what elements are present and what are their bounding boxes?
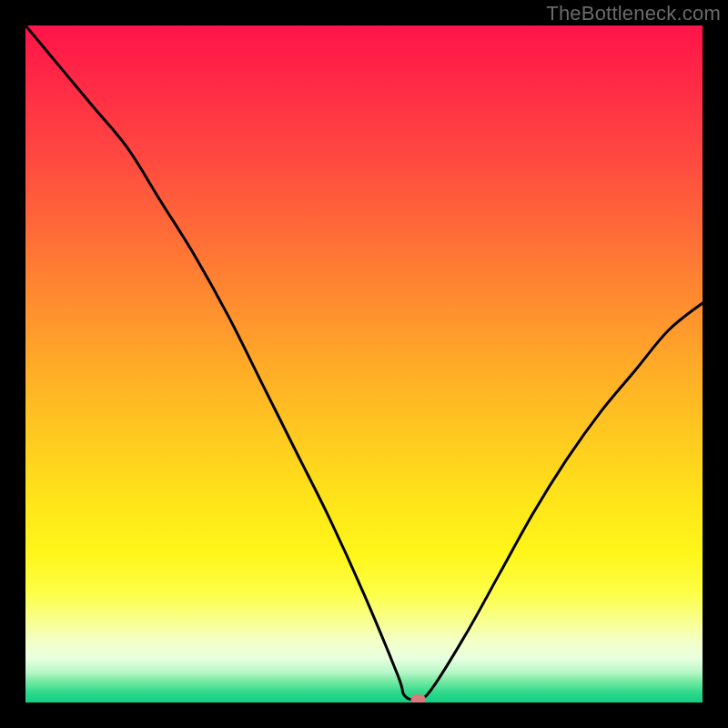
chart-frame: TheBottleneck.com <box>0 0 728 728</box>
gradient-rect <box>25 25 703 703</box>
plot-area <box>25 25 703 703</box>
watermark-text: TheBottleneck.com <box>546 2 721 25</box>
chart-svg <box>25 25 703 703</box>
optimal-marker <box>411 694 426 703</box>
